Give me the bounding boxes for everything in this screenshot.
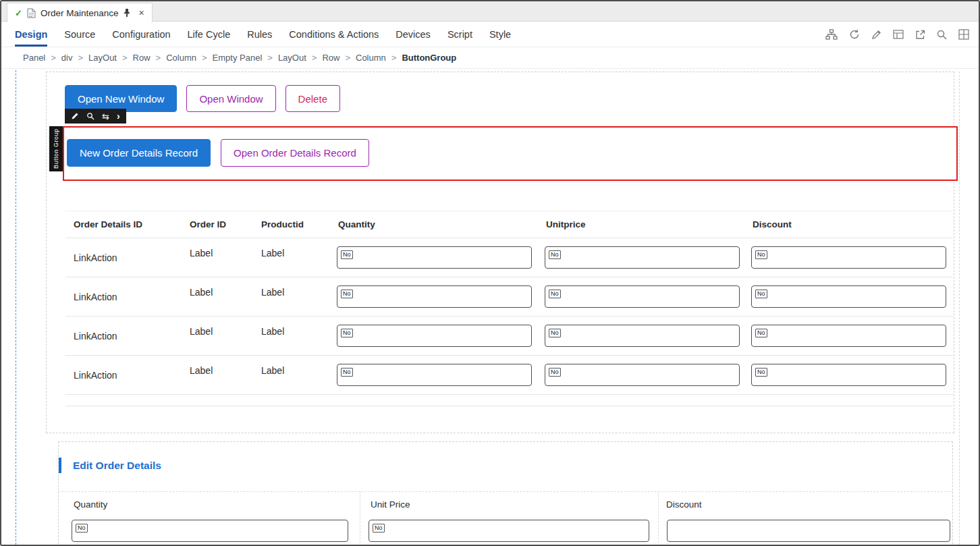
nav-item-life-cycle[interactable]: Life Cycle [188, 22, 231, 47]
link-action[interactable]: LinkAction [74, 317, 117, 356]
design-canvas: Open New Window Open Window Delete ⇆ › B… [1, 69, 979, 545]
nav-item-design[interactable]: Design [15, 22, 47, 47]
unitprice-input[interactable]: No [545, 364, 740, 386]
table-row: LinkAction Label Label No No No [65, 277, 953, 317]
refresh-icon[interactable] [849, 29, 860, 40]
breadcrumb-separator: > [202, 53, 207, 63]
discount-input[interactable]: No [751, 246, 946, 269]
breadcrumb-item-layout[interactable]: LayOut [88, 53, 117, 63]
nav-item-source[interactable]: Source [64, 22, 95, 47]
zoom-icon[interactable] [937, 30, 947, 40]
breadcrumb-separator: > [391, 53, 397, 63]
order-id-label[interactable]: Label [190, 287, 213, 298]
productid-label[interactable]: Label [261, 248, 284, 258]
order-id-label[interactable]: Label [190, 248, 213, 258]
element-mini-toolbar: ⇆ › [65, 109, 126, 124]
breadcrumb-separator: > [267, 53, 273, 63]
nav-item-style[interactable]: Style [489, 22, 511, 47]
swap-icon[interactable]: ⇆ [102, 112, 109, 121]
table-icon[interactable] [893, 30, 904, 39]
productid-label[interactable]: Label [261, 287, 284, 298]
breadcrumb-item-row[interactable]: Row [133, 53, 151, 63]
breadcrumb-item-div[interactable]: div [61, 53, 73, 63]
nav-item-script[interactable]: Script [447, 22, 472, 47]
number-badge: No [549, 250, 561, 259]
discount-input[interactable]: No [751, 285, 946, 308]
unitprice-input[interactable]: No [545, 285, 740, 308]
breadcrumb-separator: > [78, 53, 83, 63]
unitprice-input[interactable]: No [545, 246, 740, 269]
discount-input[interactable]: No [751, 364, 946, 386]
link-action[interactable]: LinkAction [74, 238, 117, 277]
chevron-right-icon[interactable]: › [117, 111, 120, 121]
unit-price-field-input[interactable]: No [369, 520, 649, 542]
nav-item-configuration[interactable]: Configuration [112, 22, 170, 47]
edit-icon[interactable] [71, 112, 79, 120]
header-discount: Discount [753, 211, 792, 238]
order-id-label[interactable]: Label [190, 326, 213, 337]
link-action[interactable]: LinkAction [74, 356, 117, 395]
number-badge: No [341, 290, 353, 298]
breadcrumb-item-buttongroup[interactable]: ButtonGroup [402, 53, 456, 63]
pin-icon[interactable] [123, 8, 131, 18]
header-order-id: Order ID [190, 211, 226, 238]
tab-bar: ✓ Order Maintenance × [1, 1, 979, 22]
unitprice-input[interactable]: No [545, 325, 740, 347]
nav-item-conditions-actions[interactable]: Conditions & Actions [289, 22, 379, 47]
breadcrumb-item-panel[interactable]: Panel [23, 53, 45, 63]
right-guide-line [959, 72, 960, 545]
quantity-field-label: Quantity [74, 499, 107, 510]
check-icon: ✓ [15, 8, 22, 18]
navigation-bar: Design Source Configuration Life Cycle R… [1, 22, 979, 47]
discount-input[interactable]: No [751, 325, 946, 347]
close-icon[interactable]: × [138, 7, 144, 18]
number-badge: No [755, 329, 767, 337]
link-action[interactable]: LinkAction [74, 277, 117, 317]
productid-label[interactable]: Label [261, 326, 284, 337]
quantity-input[interactable]: No [337, 285, 532, 308]
edit-icon[interactable] [871, 30, 881, 40]
breadcrumb-separator: > [156, 53, 161, 63]
productid-label[interactable]: Label [261, 365, 284, 376]
header-productid: Productid [261, 211, 304, 238]
open-new-window-button[interactable]: Open New Window [65, 85, 177, 112]
breadcrumb-item-column-2[interactable]: Column [356, 53, 386, 63]
tab-title: Order Maintenance [40, 8, 119, 18]
breadcrumb-item-column[interactable]: Column [166, 53, 196, 63]
nav-item-rules[interactable]: Rules [247, 22, 272, 47]
number-badge: No [341, 329, 353, 337]
table-row: LinkAction Label Label No No No [65, 356, 953, 395]
table-row: LinkAction Label Label No No No [65, 238, 953, 277]
discount-field-label: Discount [666, 499, 702, 510]
discount-field-input[interactable] [667, 520, 950, 542]
header-order-details-id: Order Details ID [74, 211, 142, 238]
search-icon[interactable] [86, 112, 94, 120]
left-guide-line [16, 70, 16, 545]
table-row: LinkAction Label Label No No No [65, 317, 953, 356]
quantity-field-input[interactable]: No [72, 520, 348, 542]
open-in-new-icon[interactable] [915, 30, 925, 40]
breadcrumb-item-empty-panel[interactable]: Empty Panel [213, 53, 263, 63]
open-order-details-record-button[interactable]: Open Order Details Record [221, 139, 369, 167]
delete-button[interactable]: Delete [285, 85, 340, 112]
quantity-input[interactable]: No [337, 364, 532, 386]
breadcrumb-item-row-2[interactable]: Row [322, 53, 339, 63]
nav-item-devices[interactable]: Devices [396, 22, 431, 47]
grid-icon[interactable] [958, 29, 969, 40]
tab-order-maintenance[interactable]: ✓ Order Maintenance × [7, 3, 153, 22]
form-column-guide-2 [658, 491, 659, 546]
new-order-details-record-button[interactable]: New Order Details Record [67, 139, 211, 167]
section-accent-bar [59, 458, 61, 473]
sitemap-icon[interactable] [825, 29, 838, 40]
number-badge: No [755, 250, 767, 259]
quantity-input[interactable]: No [337, 246, 532, 269]
breadcrumb-item-layout-2[interactable]: LayOut [278, 53, 306, 63]
unit-price-field-label: Unit Price [371, 499, 410, 510]
open-window-button[interactable]: Open Window [186, 85, 275, 112]
quantity-input[interactable]: No [337, 325, 532, 347]
order-id-label[interactable]: Label [190, 365, 213, 376]
breadcrumb-separator: > [51, 53, 56, 63]
breadcrumb: Panel > div > LayOut > Row > Column > Em… [1, 47, 979, 69]
document-icon [27, 8, 36, 18]
button-group-tag[interactable]: Button Group [49, 126, 63, 171]
